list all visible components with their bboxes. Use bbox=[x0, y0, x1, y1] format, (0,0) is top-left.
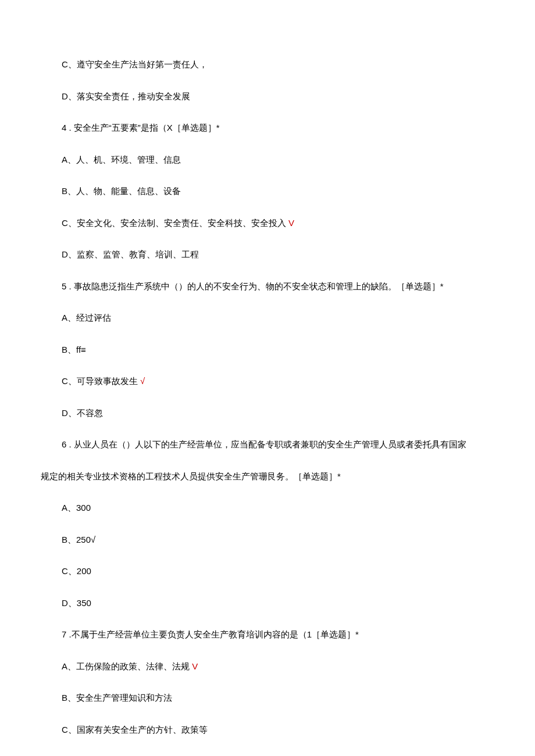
q6-option-d: D、350 bbox=[41, 597, 494, 610]
q5-option-b: B、ff≡ bbox=[41, 343, 494, 357]
option-c-text: C、遵守安全生产法当好第一责任人， bbox=[41, 58, 494, 71]
check-mark-icon: V bbox=[192, 661, 198, 671]
question-6-part2: 规定的相关专业技术资格的工程技术人员提供安全生产管珊艮务。［单选题］* bbox=[41, 470, 494, 483]
q4-option-d: D、监察、监管、教育、培训、工程 bbox=[41, 248, 494, 261]
question-7: 7 .不属于生产经营单位主要负责人安全生产教育培训内容的是（1［单选题］* bbox=[41, 628, 494, 642]
q6-option-c: C、200 bbox=[41, 565, 494, 578]
check-mark-icon: V bbox=[288, 218, 294, 228]
q6-option-a: A、300 bbox=[41, 501, 494, 515]
q5-option-c-text: C、可导致事故发生 bbox=[62, 376, 140, 386]
q4-option-a: A、人、机、环境、管理、信息 bbox=[41, 153, 494, 167]
q7-option-a: A、工伤保险的政策、法律、法规 V bbox=[41, 660, 494, 673]
q5-option-a: A、经过评估 bbox=[41, 311, 494, 325]
q4-option-c: C、安全文化、安全法制、安全责任、安全科技、安全投入 V bbox=[41, 217, 494, 230]
q4-option-b: B、人、物、能量、信息、设备 bbox=[41, 185, 494, 198]
q7-option-b: B、安全生产管理知识和方法 bbox=[41, 691, 494, 705]
q5-option-c: C、可导致事故发生 √ bbox=[41, 375, 494, 388]
check-mark-icon: √ bbox=[140, 376, 145, 386]
option-d-text: D、落实安全责任，推动安全发展 bbox=[41, 90, 494, 103]
question-5: 5 . 事故隐患泛指生产系统中（）的人的不安全行为、物的不安全状态和管理上的缺陷… bbox=[41, 280, 494, 293]
q5-option-d: D、不容忽 bbox=[41, 407, 494, 420]
q7-option-a-text: A、工伤保险的政策、法律、法规 bbox=[62, 661, 192, 671]
q6-option-b: B、250√ bbox=[41, 533, 494, 547]
question-4: 4 . 安全生产“五要素”是指（X［单选题］* bbox=[41, 121, 494, 135]
question-6-part1: 6 . 从业人员在（）人以下的生产经营单位，应当配备专职或者兼职的安全生产管理人… bbox=[41, 438, 494, 452]
q4-option-c-text: C、安全文化、安全法制、安全责任、安全科技、安全投入 bbox=[62, 218, 288, 228]
q7-option-c: C、国家有关安全生产的方针、政策等 bbox=[41, 723, 494, 737]
